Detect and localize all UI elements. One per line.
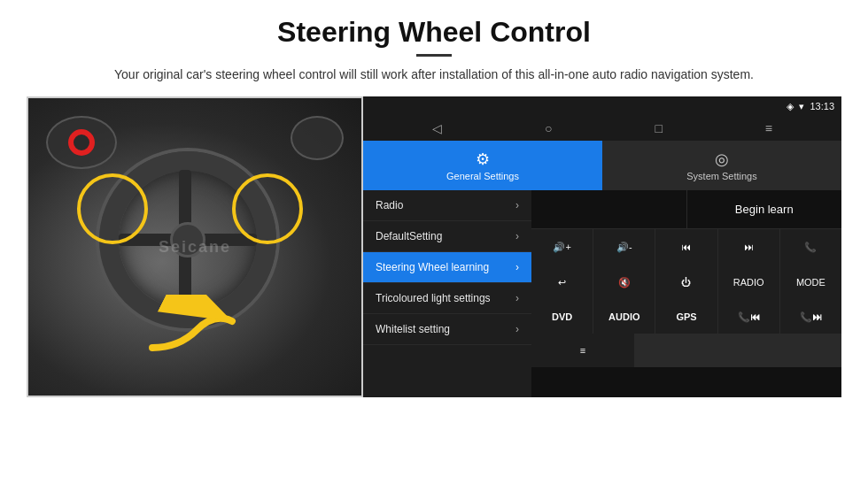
radio-btn[interactable]: RADIO — [718, 265, 779, 300]
page-subtitle: Your original car's steering wheel contr… — [114, 65, 754, 84]
last-row: ≡ — [531, 334, 841, 367]
menu-icon-btn[interactable]: ≡ — [531, 334, 634, 367]
head-unit: ◈ ▾ 13:13 ◁ ○ □ ≡ ⚙ General Settings ◎ S… — [363, 96, 841, 397]
gauge-right — [291, 116, 344, 160]
power-btn[interactable]: ⏻ — [655, 265, 717, 300]
ctrl-grid-row1: 🔊+ 🔊- ⏮ ⏭ 📞 — [531, 229, 841, 265]
title-divider — [416, 54, 452, 57]
menu-item-steering-label: Steering Wheel learning — [376, 261, 515, 273]
tab-general-label: General Settings — [446, 171, 519, 181]
mute-icon: 🔇 — [618, 277, 631, 288]
vol-up-btn[interactable]: 🔊+ — [531, 229, 593, 265]
chevron-icon: › — [515, 199, 519, 211]
menu-item-default-label: DefaultSetting — [376, 230, 515, 242]
dvd-btn[interactable]: DVD — [531, 300, 593, 334]
back-btn[interactable]: ↩ — [531, 265, 593, 300]
general-settings-icon: ⚙ — [476, 150, 490, 169]
home-nav-btn[interactable]: ○ — [545, 121, 552, 135]
begin-learn-row: Begin learn — [531, 190, 841, 229]
menu-item-radio[interactable]: Radio › — [363, 190, 531, 221]
menu-item-whitelist[interactable]: Whitelist setting › — [363, 314, 531, 345]
vol-down-icon: 🔊- — [616, 242, 632, 253]
next-track-btn[interactable]: ⏭ — [718, 229, 779, 265]
tab-system-label: System Settings — [686, 171, 756, 181]
audio-btn[interactable]: AUDIO — [593, 300, 655, 334]
vol-up-icon: 🔊+ — [553, 242, 570, 253]
audio-label: AUDIO — [608, 311, 639, 322]
prev-track-btn[interactable]: ⏮ — [655, 229, 717, 265]
settings-menu: Radio › DefaultSetting › Steering Wheel … — [363, 190, 531, 397]
settings-body: Radio › DefaultSetting › Steering Wheel … — [363, 190, 841, 397]
menu-nav-btn[interactable]: ≡ — [765, 121, 772, 135]
gps-label: GPS — [676, 311, 696, 322]
status-bar: ◈ ▾ 13:13 — [363, 96, 841, 116]
phone-btn[interactable]: 📞 — [780, 229, 841, 265]
menu-item-default[interactable]: DefaultSetting › — [363, 221, 531, 252]
menu-item-tricoloured[interactable]: Tricoloured light settings › — [363, 283, 531, 314]
media-row: DVD AUDIO GPS 📞⏮ 📞⏭ — [531, 300, 841, 334]
right-panel: Begin learn 🔊+ 🔊- ⏮ — [531, 190, 841, 397]
mode-btn[interactable]: MODE — [780, 265, 841, 300]
begin-learn-left-space — [531, 190, 687, 228]
ctrl-grid-row2: ↩ 🔇 ⏻ RADIO MODE — [531, 265, 841, 300]
menu-item-whitelist-label: Whitelist setting — [376, 323, 515, 335]
tab-system[interactable]: ◎ System Settings — [602, 141, 841, 190]
menu-item-radio-label: Radio — [376, 199, 515, 211]
menu-item-steering[interactable]: Steering Wheel learning › — [363, 252, 531, 283]
tab-general[interactable]: ⚙ General Settings — [363, 141, 602, 190]
nav-bar: ◁ ○ □ ≡ — [363, 116, 841, 141]
status-time: 13:13 — [810, 101, 834, 111]
system-settings-icon: ◎ — [715, 150, 729, 169]
menu-item-tricoloured-label: Tricoloured light settings — [376, 292, 515, 304]
phone-next-icon: 📞⏭ — [800, 311, 822, 323]
arrow-area — [143, 295, 250, 369]
page-container: Steering Wheel Control Your original car… — [0, 0, 868, 484]
steering-wheel-image: Seicane — [27, 96, 363, 397]
phone-prev-btn[interactable]: 📞⏮ — [718, 300, 779, 334]
mute-btn[interactable]: 🔇 — [593, 265, 655, 300]
phone-prev-icon: 📞⏮ — [738, 311, 760, 323]
begin-learn-button[interactable]: Begin learn — [687, 190, 842, 228]
gauge-left — [46, 116, 117, 169]
back-nav-btn[interactable]: ◁ — [432, 121, 442, 135]
next-track-icon: ⏭ — [744, 242, 754, 252]
chevron-icon: › — [515, 323, 519, 335]
radio-label: RADIO — [733, 277, 764, 288]
yellow-circle-right — [232, 173, 303, 244]
content-row: Seicane ◈ ▾ 13:13 ◁ ○ □ ≡ ⚙ General Sett… — [27, 96, 841, 397]
chevron-icon: › — [515, 292, 519, 304]
chevron-icon: › — [515, 261, 519, 273]
gps-icon: ◈ — [787, 101, 794, 112]
power-icon: ⏻ — [681, 277, 691, 288]
dvd-label: DVD — [552, 311, 572, 322]
arrow-icon — [143, 295, 250, 365]
page-title: Steering Wheel Control — [277, 16, 591, 49]
prev-track-icon: ⏮ — [681, 242, 691, 252]
settings-tabs: ⚙ General Settings ◎ System Settings — [363, 141, 841, 190]
chevron-icon: › — [515, 230, 519, 242]
wifi-icon: ▾ — [799, 101, 804, 112]
phone-next-btn[interactable]: 📞⏭ — [780, 300, 841, 334]
sw-center-hub — [170, 222, 205, 257]
vol-down-btn[interactable]: 🔊- — [593, 229, 655, 265]
recent-nav-btn[interactable]: □ — [655, 121, 662, 135]
gps-btn[interactable]: GPS — [655, 300, 717, 334]
back-icon: ↩ — [558, 277, 566, 288]
mode-label: MODE — [796, 277, 825, 288]
yellow-circle-left — [77, 173, 148, 244]
phone-icon: 📞 — [804, 242, 817, 253]
menu-icon: ≡ — [580, 345, 585, 356]
